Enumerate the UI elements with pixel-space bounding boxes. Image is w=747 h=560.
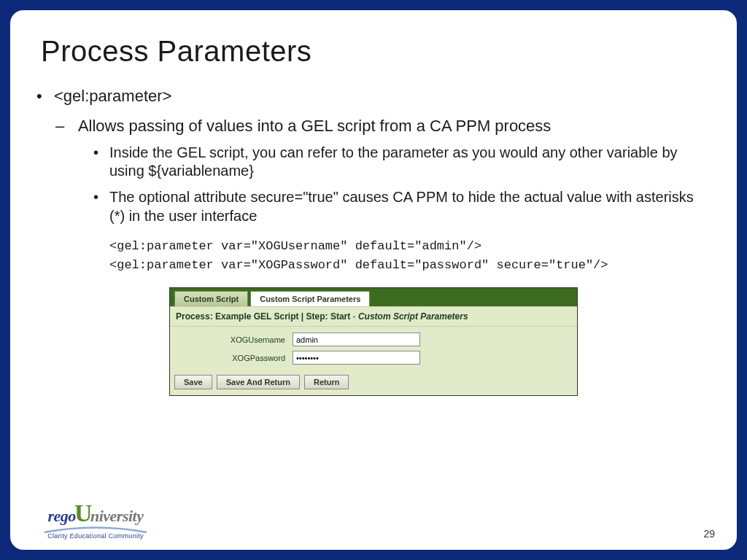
password-input[interactable] xyxy=(293,351,420,365)
panel-header-suffix: Custom Script Parameters xyxy=(358,311,468,322)
code-sample: <gel:parameter var="XOGUsername" default… xyxy=(109,237,706,274)
form-area: XOGUsername XOGPassword xyxy=(170,327,577,372)
username-input[interactable] xyxy=(293,332,420,346)
panel-header-prefix: Process: xyxy=(176,311,215,322)
form-row-username: XOGUsername xyxy=(176,332,571,346)
code-line-2: <gel:parameter var="XOGPassword" default… xyxy=(109,256,706,275)
bullet-l2-text: Allows passing of values into a GEL scri… xyxy=(78,117,551,135)
page-number: 29 xyxy=(703,528,715,540)
slide-title: Process Parameters xyxy=(41,35,706,68)
tab-custom-script[interactable]: Custom Script xyxy=(174,291,248,306)
bullet-l1: <gel:parameter> xyxy=(54,87,706,106)
form-row-password: XOGPassword xyxy=(176,351,571,365)
username-label: XOGUsername xyxy=(176,335,293,344)
slide-footer: regoUniversity Clarity Educational Commu… xyxy=(41,503,715,540)
logo-text-u: U xyxy=(74,503,92,523)
panel-header: Process: Example GEL Script | Step: Star… xyxy=(170,306,577,327)
save-and-return-button[interactable]: Save And Return xyxy=(217,375,300,389)
bullet-l3b: The optional attribute secure="true" cau… xyxy=(109,188,706,225)
bullet-l3a: Inside the GEL script, you can refer to … xyxy=(109,144,706,181)
slide-content: <gel:parameter> Allows passing of values… xyxy=(41,87,706,396)
screenshot-panel-wrap: Custom Script Custom Script Parameters P… xyxy=(41,287,706,396)
tab-bar: Custom Script Custom Script Parameters xyxy=(170,288,577,306)
logo-main: regoUniversity xyxy=(48,503,144,526)
bullet-l2: Allows passing of values into a GEL scri… xyxy=(74,116,706,225)
screenshot-panel: Custom Script Custom Script Parameters P… xyxy=(169,287,578,396)
password-label: XOGPassword xyxy=(176,354,293,362)
code-line-1: <gel:parameter var="XOGUsername" default… xyxy=(109,237,706,256)
panel-header-process: Example GEL Script xyxy=(215,311,299,322)
panel-header-dash: - xyxy=(350,311,358,322)
button-bar: Save Save And Return Return xyxy=(170,372,577,395)
logo-text-rego: rego xyxy=(48,507,76,526)
logo-text-niversity: niversity xyxy=(90,507,144,526)
logo-arc-icon xyxy=(41,524,150,533)
panel-header-sep: | Step: xyxy=(299,311,330,322)
slide: Process Parameters <gel:parameter> Allow… xyxy=(10,10,737,550)
return-button[interactable]: Return xyxy=(304,375,349,389)
logo: regoUniversity Clarity Educational Commu… xyxy=(41,503,150,540)
save-button[interactable]: Save xyxy=(174,375,212,389)
panel-header-step: Start xyxy=(330,311,350,322)
tab-custom-script-parameters[interactable]: Custom Script Parameters xyxy=(250,291,370,306)
